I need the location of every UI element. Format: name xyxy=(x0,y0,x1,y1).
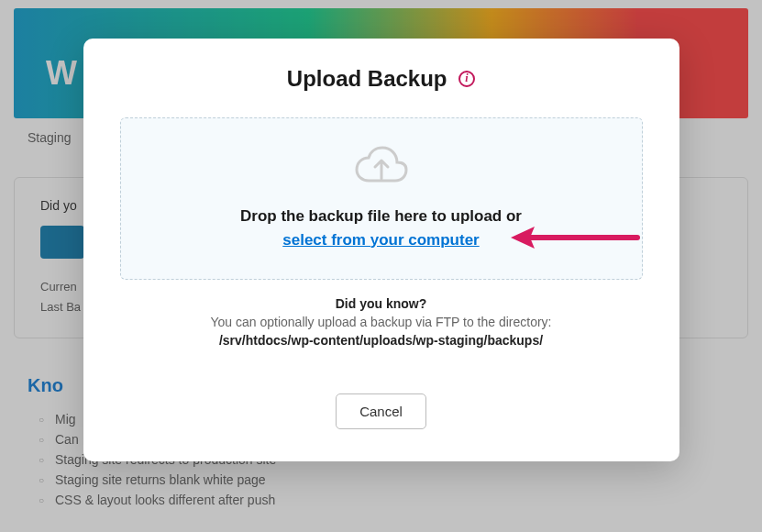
modal-title-text: Upload Backup xyxy=(287,66,447,91)
upload-dropzone[interactable]: Drop the backup file here to upload or s… xyxy=(120,117,643,280)
modal-overlay: Upload Backup Drop the backup file here … xyxy=(0,0,762,532)
info-icon[interactable] xyxy=(458,71,475,87)
arrow-annotation xyxy=(509,224,642,251)
dyk-description: You can optionally upload a backup via F… xyxy=(120,315,643,329)
dyk-path: /srv/htdocs/wp-content/uploads/wp-stagin… xyxy=(120,333,643,348)
cloud-upload-icon xyxy=(353,144,410,190)
upload-backup-modal: Upload Backup Drop the backup file here … xyxy=(83,39,679,461)
modal-title: Upload Backup xyxy=(120,66,643,92)
cancel-button[interactable]: Cancel xyxy=(336,393,426,429)
select-file-link[interactable]: select from your computer xyxy=(282,231,479,249)
did-you-know-section: Did you know? You can optionally upload … xyxy=(120,296,643,348)
dropzone-instruction: Drop the backup file here to upload or xyxy=(240,207,522,225)
dyk-title: Did you know? xyxy=(120,296,643,311)
